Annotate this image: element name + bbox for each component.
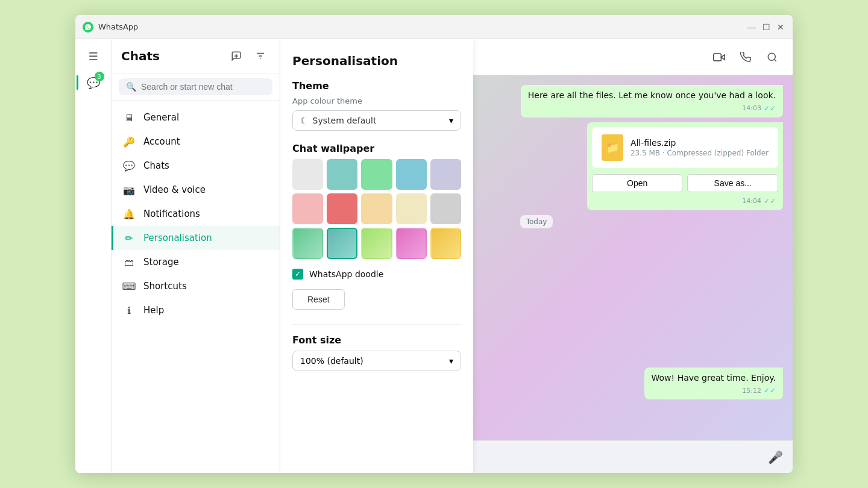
voice-call-button[interactable] <box>735 46 756 68</box>
file-actions: Open Save as... <box>592 174 778 192</box>
personalisation-icon: ✏️ <box>123 232 135 244</box>
wallpaper-swatch-7[interactable] <box>327 193 357 224</box>
theme-icon: ☾ <box>300 116 308 125</box>
storage-label: Storage <box>143 257 179 267</box>
message-bubble-sent-2: Wow! Have great time. Enjoy. 15:12 ✓✓ <box>644 368 783 400</box>
wallpaper-swatch-15[interactable] <box>430 228 461 258</box>
message-tick-2: ✓✓ <box>764 386 776 395</box>
message-meta-2: 15:12 ✓✓ <box>652 386 776 395</box>
file-card: 📁 All-files.zip 23.5 MB · Compressed (zi… <box>592 127 778 168</box>
video-call-button[interactable] <box>708 46 730 68</box>
theme-value: System default <box>313 116 377 125</box>
sidebar-title: Chats <box>121 49 160 63</box>
open-file-button[interactable]: Open <box>592 174 683 192</box>
svg-marker-8 <box>721 54 725 59</box>
personalisation-panel: Personalisation Theme App colour theme ☾… <box>280 39 473 473</box>
wallpaper-swatch-9[interactable] <box>396 193 427 224</box>
title-bar-left: WhatsApp <box>83 22 138 33</box>
close-button[interactable]: ✕ <box>776 22 785 32</box>
message-text-2: Wow! Have great time. Enjoy. <box>652 372 776 384</box>
help-icon: ℹ <box>123 304 135 316</box>
message-text: Here are all the files. Let me know once… <box>528 90 776 102</box>
save-file-button[interactable]: Save as... <box>687 174 778 192</box>
file-message-tick: ✓✓ <box>764 197 776 205</box>
sidebar-item-general[interactable]: 🖥 General <box>112 105 280 130</box>
whatsapp-doodle-checkbox[interactable]: ✓ <box>292 269 303 280</box>
search-chat-button[interactable] <box>761 46 783 68</box>
wallpaper-swatch-10[interactable] <box>430 193 461 224</box>
video-voice-label: Video & voice <box>143 184 206 195</box>
wallpaper-swatch-12[interactable] <box>327 228 357 258</box>
microphone-icon[interactable]: 🎤 <box>768 450 783 465</box>
title-bar-title: WhatsApp <box>98 22 138 31</box>
sidebar-item-account[interactable]: 🔑 Account <box>112 130 280 154</box>
sidebar-actions <box>227 46 270 66</box>
theme-dropdown-left: ☾ System default <box>300 116 376 125</box>
font-size-value: 100% (default) <box>300 356 363 366</box>
rail-chat-icon[interactable]: 💬 3 <box>81 70 105 95</box>
shortcuts-label: Shortcuts <box>143 281 187 292</box>
wallpaper-swatch-13[interactable] <box>361 228 392 258</box>
wallpaper-grid <box>292 159 461 259</box>
sidebar-item-personalisation[interactable]: ✏️ Personalisation <box>112 226 280 250</box>
wallpaper-swatch-3[interactable] <box>361 159 392 190</box>
wallpaper-swatch-14[interactable] <box>396 228 427 258</box>
search-icon: 🔍 <box>126 82 136 92</box>
svg-line-11 <box>774 59 776 61</box>
storage-icon: 🗃 <box>123 256 135 268</box>
notifications-icon: 🔔 <box>123 208 135 220</box>
wallpaper-swatch-2[interactable] <box>327 159 357 190</box>
app-window: WhatsApp — ☐ ✕ ☰ 💬 3 Chats <box>75 15 793 473</box>
message-time-2: 15:12 <box>742 387 761 395</box>
main-area: Alice Whitman online <box>280 39 793 473</box>
file-name: All-files.zip <box>631 138 769 148</box>
panel-title: Personalisation <box>292 54 461 68</box>
today-label: Today <box>520 215 553 228</box>
file-info: All-files.zip 23.5 MB · Compressed (zipp… <box>631 138 769 157</box>
filter-button[interactable] <box>251 46 270 66</box>
theme-subtitle: App colour theme <box>292 96 461 105</box>
wallpaper-swatch-6[interactable] <box>292 193 323 224</box>
sidebar-item-notifications[interactable]: 🔔 Notifications <box>112 202 280 226</box>
sidebar-item-help[interactable]: ℹ Help <box>112 298 280 322</box>
help-label: Help <box>143 305 164 316</box>
message-tick: ✓✓ <box>764 104 776 113</box>
message-meta: 14:03 ✓✓ <box>528 104 776 113</box>
account-label: Account <box>143 136 180 147</box>
rail-menu-icon[interactable]: ☰ <box>81 44 105 68</box>
icon-rail: ☰ 💬 3 <box>75 39 112 473</box>
sidebar: Chats <box>112 39 280 473</box>
minimize-button[interactable]: — <box>747 22 756 32</box>
sidebar-header: Chats <box>112 39 280 74</box>
search-input-wrap: 🔍 <box>119 78 272 95</box>
sidebar-item-storage[interactable]: 🗃 Storage <box>112 250 280 274</box>
file-size: 23.5 MB · Compressed (zipped) Folder <box>631 149 769 157</box>
font-section-title: Font size <box>292 334 461 346</box>
new-chat-button[interactable] <box>227 46 246 66</box>
wallpaper-swatch-1[interactable] <box>292 159 323 190</box>
wallpaper-swatch-8[interactable] <box>361 193 392 224</box>
wallpaper-swatch-4[interactable] <box>396 159 427 190</box>
video-voice-icon: 📷 <box>123 184 135 196</box>
svg-rect-9 <box>714 54 722 61</box>
search-bar: 🔍 <box>112 74 280 101</box>
maximize-button[interactable]: ☐ <box>761 22 771 32</box>
sidebar-item-video-voice[interactable]: 📷 Video & voice <box>112 178 280 202</box>
shortcuts-icon: ⌨ <box>123 280 135 292</box>
theme-dropdown[interactable]: ☾ System default ▾ <box>292 110 461 131</box>
search-input[interactable] <box>141 82 265 92</box>
app-body: ☰ 💬 3 Chats <box>75 39 793 473</box>
theme-section-title: Theme <box>292 80 461 92</box>
personalisation-label: Personalisation <box>143 233 212 243</box>
account-icon: 🔑 <box>123 136 135 148</box>
file-message-meta: 14:04 ✓✓ <box>592 195 778 205</box>
general-label: General <box>143 112 179 123</box>
chevron-down-icon: ▾ <box>449 116 453 125</box>
whatsapp-doodle-row: ✓ WhatsApp doodle <box>292 269 461 280</box>
reset-button[interactable]: Reset <box>292 289 345 310</box>
wallpaper-swatch-11[interactable] <box>292 228 323 258</box>
wallpaper-swatch-5[interactable] <box>430 159 461 190</box>
font-size-dropdown[interactable]: 100% (default) ▾ <box>292 351 461 371</box>
sidebar-item-shortcuts[interactable]: ⌨ Shortcuts <box>112 274 280 298</box>
sidebar-item-chats[interactable]: 💬 Chats <box>112 154 280 178</box>
